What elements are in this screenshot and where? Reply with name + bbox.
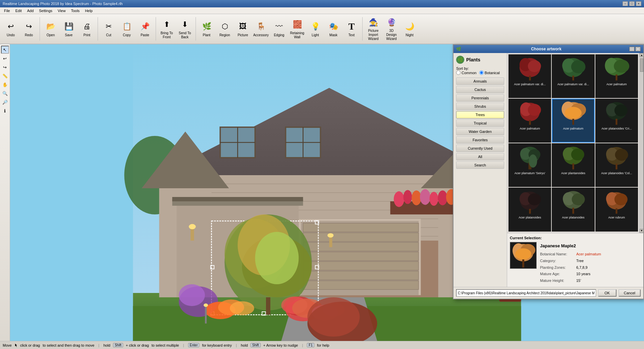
bring-to-front-button[interactable]: ⬆ Bring To Front bbox=[158, 16, 175, 42]
plant-item-4[interactable]: Acer palmatum bbox=[508, 99, 551, 142]
plant-thumb-11 bbox=[560, 190, 587, 215]
zoom-in-tool[interactable]: 🔍 bbox=[1, 89, 9, 97]
scroll-down-button[interactable]: ▼ bbox=[640, 229, 643, 233]
accessory-label: Accessory bbox=[253, 33, 269, 37]
retaining-wall-button[interactable]: 🧱 Retaining Wall bbox=[288, 16, 306, 42]
cut-button[interactable]: ✂ Cut bbox=[100, 16, 117, 42]
plant-item-12[interactable]: Acer rubrum bbox=[595, 188, 638, 231]
mask-icon: 🎭 bbox=[327, 20, 339, 33]
send-to-back-icon: ⬇ bbox=[179, 18, 191, 31]
redo-button[interactable]: ↪ Redo bbox=[20, 16, 38, 42]
plant-item-2[interactable]: Acer palmatum var. di... bbox=[552, 54, 594, 98]
plant-item-9[interactable]: Acer platanoides 'Col... bbox=[595, 143, 638, 187]
menu-edit[interactable]: Edit bbox=[13, 8, 24, 13]
category-tropical[interactable]: Tropical bbox=[456, 119, 504, 127]
filepath-input[interactable] bbox=[456, 289, 596, 297]
zoom-out-tool[interactable]: 🔎 bbox=[1, 98, 9, 106]
edging-button[interactable]: 〰 Edging bbox=[270, 16, 288, 42]
f1-key-badge: F1 bbox=[307, 343, 314, 347]
category-favorites[interactable]: Favorites bbox=[456, 136, 504, 144]
picture-import-button[interactable]: 🧙 Picture Import Wizard bbox=[365, 16, 382, 42]
accessory-button[interactable]: 🪑 Accessory bbox=[252, 16, 270, 42]
menu-view[interactable]: View bbox=[55, 8, 68, 13]
night-button[interactable]: 🌙 Night bbox=[401, 16, 418, 42]
toolbar-sep-5 bbox=[362, 17, 363, 41]
selection-info: Japanese Maple2 Botanical Name: Acer pal… bbox=[540, 242, 641, 284]
close-button[interactable]: × bbox=[636, 1, 641, 6]
scroll-thumb[interactable] bbox=[640, 58, 643, 72]
dialog-titlebar: 🌿 Choose artwork □ × bbox=[453, 45, 643, 53]
plant-item-10[interactable]: Acer platanoides bbox=[508, 188, 551, 231]
plant-item-11[interactable]: Acer platanoides bbox=[552, 188, 594, 231]
ok-button[interactable]: OK bbox=[598, 289, 616, 297]
pan-tool[interactable]: ✋ bbox=[1, 81, 9, 89]
3d-design-button[interactable]: 🔮 3D Design Wizard bbox=[383, 16, 400, 42]
cancel-button[interactable]: Cancel bbox=[619, 289, 641, 297]
category-annuals[interactable]: Annuals bbox=[456, 78, 504, 85]
plant-thumb-9 bbox=[603, 145, 630, 171]
menu-tools[interactable]: Tools bbox=[68, 8, 83, 13]
dialog-maximize-button[interactable]: □ bbox=[629, 47, 635, 51]
sort-botanical-radio[interactable] bbox=[479, 70, 484, 75]
sort-common-radio[interactable] bbox=[456, 70, 461, 75]
sort-botanical-option[interactable]: Botanical bbox=[479, 70, 500, 75]
category-cactus[interactable]: Cactus bbox=[456, 86, 504, 93]
svg-rect-86 bbox=[329, 236, 332, 247]
open-button[interactable]: 📂 Open bbox=[42, 16, 59, 42]
plants-grid[interactable]: Acer palmatum var. di... Acer palmatum v… bbox=[507, 53, 639, 233]
plant-item-3[interactable]: Acer palmatum bbox=[595, 54, 638, 98]
save-button[interactable]: 💾 Save bbox=[60, 16, 77, 42]
maximize-button[interactable]: □ bbox=[629, 1, 635, 6]
plant-item-8[interactable]: Acer plantanoides bbox=[552, 143, 594, 187]
svg-point-46 bbox=[438, 191, 447, 205]
category-perennials[interactable]: Perennials bbox=[456, 94, 504, 102]
plant-item-6[interactable]: Acer platanoides 'Cri... bbox=[595, 99, 638, 142]
scroll-up-button[interactable]: ▲ bbox=[640, 53, 643, 57]
plant-item-7[interactable]: Acer plamatum 'Seiryu' bbox=[508, 143, 551, 187]
minimize-button[interactable]: − bbox=[623, 1, 628, 6]
category-shrubs[interactable]: Shrubs bbox=[456, 103, 504, 110]
menu-add[interactable]: Add bbox=[24, 8, 37, 13]
menu-help[interactable]: Help bbox=[82, 8, 95, 13]
category-currently-used[interactable]: Currently Used bbox=[456, 145, 504, 152]
undo-tool[interactable]: ↩ bbox=[1, 54, 9, 62]
paste-button[interactable]: 📌 Paste bbox=[136, 16, 154, 42]
menu-settings[interactable]: Settings bbox=[36, 8, 55, 13]
picture-import-label: Picture Import Wizard bbox=[366, 29, 381, 41]
measure-tool[interactable]: 📏 bbox=[1, 72, 9, 80]
plant-thumb-12 bbox=[603, 190, 630, 215]
menu-file[interactable]: File bbox=[1, 8, 13, 13]
status-arrow-key: + Arrow key to nudge bbox=[263, 343, 298, 347]
svg-point-113 bbox=[614, 105, 628, 117]
category-water-garden[interactable]: Water Garden bbox=[456, 128, 504, 135]
bring-to-front-label: Bring To Front bbox=[159, 31, 174, 39]
plant-item-1[interactable]: Acer palmatum var. di... bbox=[508, 54, 551, 98]
plant-name-8: Acer plantanoides bbox=[561, 171, 585, 175]
plant-item-5[interactable]: Acer palmatum bbox=[552, 99, 594, 142]
redo-tool[interactable]: ↪ bbox=[1, 63, 9, 71]
info-tool[interactable]: ℹ bbox=[1, 107, 9, 115]
category-search[interactable]: Search bbox=[456, 161, 504, 169]
statusbar: Move click or drag to select and then dr… bbox=[0, 341, 644, 349]
mask-button[interactable]: 🎭 Mask bbox=[325, 16, 342, 42]
undo-button[interactable]: ↩ Undo bbox=[2, 16, 19, 42]
copy-button[interactable]: 📋 Copy bbox=[118, 16, 136, 42]
region-button[interactable]: ⬡ Region bbox=[216, 16, 233, 42]
svg-point-85 bbox=[308, 297, 360, 337]
sort-common-option[interactable]: Common bbox=[456, 70, 477, 75]
svg-point-51 bbox=[189, 224, 196, 230]
print-button[interactable]: 🖨 Print bbox=[78, 16, 96, 42]
light-button[interactable]: 💡 Light bbox=[307, 16, 324, 42]
left-toolbar: ↖ ↩ ↪ 📏 ✋ 🔍 🔎 ℹ bbox=[0, 44, 10, 341]
send-to-back-button[interactable]: ⬇ Send To Back bbox=[176, 16, 194, 42]
text-icon: T bbox=[345, 20, 358, 33]
undo-label: Undo bbox=[7, 33, 15, 37]
text-button[interactable]: T Text bbox=[343, 16, 360, 42]
plant-thumb-8 bbox=[560, 145, 587, 171]
category-trees[interactable]: Trees bbox=[456, 111, 504, 118]
dialog-close-button[interactable]: × bbox=[635, 47, 641, 51]
plant-button[interactable]: 🌿 Plant bbox=[198, 16, 215, 42]
select-tool[interactable]: ↖ bbox=[1, 46, 9, 54]
picture-button[interactable]: 🖼 Picture bbox=[234, 16, 252, 42]
category-all[interactable]: All bbox=[456, 153, 504, 160]
